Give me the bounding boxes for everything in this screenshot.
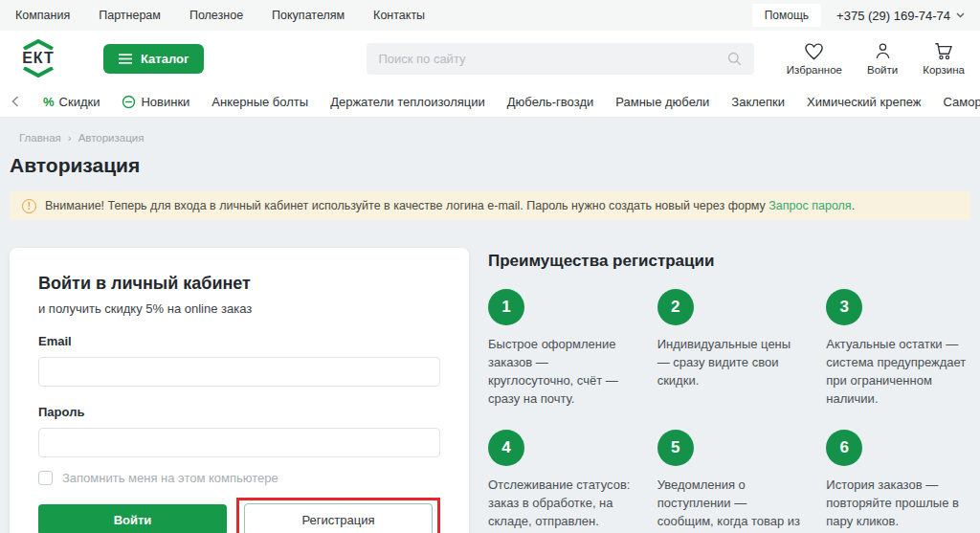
benefit-item-2: 2 Индивидуальные цены — сразу видите сво… [657,289,802,408]
cart-button[interactable]: Корзина [923,41,965,76]
heart-icon [803,41,825,61]
cart-label: Корзина [923,64,965,76]
register-button[interactable]: Регистрация [244,503,433,533]
remember-label: Запомнить меня на этом компьютере [62,471,278,485]
breadcrumb-home[interactable]: Главная [19,132,61,144]
hamburger-icon [119,54,132,64]
search-icon[interactable] [726,51,743,67]
benefit-item-4: 4 Отслеживание статусов: заказ в обработ… [488,430,633,533]
benefit-number-badge: 2 [657,289,694,325]
breadcrumb: Главная › Авторизация [19,132,970,144]
ekt-logo[interactable]: ЕКТ [15,39,61,78]
password-request-link[interactable]: Запрос пароля [768,199,851,212]
benefit-number-badge: 1 [488,289,524,325]
topbar-link-buyers[interactable]: Покупателям [272,9,345,22]
page-content: Главная › Авторизация Авторизация ! Вним… [0,132,980,533]
login-nav-label: Войти [867,64,898,76]
login-card: Войти в личный кабинет и получить скидку… [10,248,469,533]
topbar-nav: Компания Партнерам Полезное Покупателям … [15,9,425,22]
topbar-link-company[interactable]: Компания [15,9,70,22]
logo-text: ЕКТ [22,51,55,66]
favorites-button[interactable]: Избранное [787,41,842,76]
remember-checkbox[interactable] [38,471,53,485]
topbar-link-contacts[interactable]: Контакты [373,9,425,22]
category-item-rivets[interactable]: Заклепки [731,95,785,109]
benefit-number-badge: 6 [826,430,862,466]
login-title: Войти в личный кабинет [38,274,440,294]
benefit-item-6: 6 История заказов — повторяйте прошлые в… [826,430,970,533]
benefit-item-3: 3 Актуальные остатки — система предупреж… [826,289,970,408]
circle-minus-icon [122,95,136,109]
logo-chevron-down-icon [21,67,56,78]
breadcrumb-separator: › [68,132,72,144]
category-item-discounts[interactable]: % Скидки [43,95,100,109]
category-item-anchor-bolts[interactable]: Анкерные болты [212,95,308,109]
phone-dropdown[interactable]: +375 (29) 169-74-74 [836,9,965,23]
category-nav: % Скидки Новинки Анкерные болты Держател… [0,86,980,118]
favorites-label: Избранное [787,64,842,76]
topbar-link-partners[interactable]: Партнерам [99,9,161,22]
category-item-frame-dowels[interactable]: Рамные дюбели [615,95,709,109]
scroll-left-icon[interactable] [10,94,21,109]
site-search [367,43,754,75]
benefit-item-5: 5 Уведомления о поступлении — сообщим, к… [657,430,802,533]
phone-number: +375 (29) 169-74-74 [836,9,950,23]
benefit-item-1: 1 Быстрое оформление заказов — круглосут… [488,289,633,408]
login-nav-button[interactable]: Войти [867,41,898,76]
percent-icon: % [43,95,55,109]
page-title: Авторизация [10,154,970,177]
topbar: Компания Партнерам Полезное Покупателям … [0,0,980,31]
category-item-chemical-fasteners[interactable]: Химический крепеж [807,95,921,109]
cart-icon [933,41,954,61]
benefits-title: Преимущества регистрации [488,252,970,271]
warning-icon: ! [22,199,36,213]
logo-chevron-up-icon [21,39,56,50]
benefit-number-badge: 3 [826,289,862,325]
category-item-insulation-holders[interactable]: Держатели теплоизоляции [330,95,485,109]
benefit-number-badge: 4 [488,430,524,466]
topbar-link-useful[interactable]: Полезное [189,9,243,22]
click-target-highlight: Регистрация [236,498,440,533]
category-item-roofing-screws[interactable]: Саморезы кровельные [943,95,980,109]
category-item-new[interactable]: Новинки [122,95,189,109]
login-subtitle: и получить скидку 5% на online заказ [38,301,440,316]
catalog-button[interactable]: Каталог [103,44,204,74]
search-input[interactable] [378,52,726,66]
notice-text: Внимание! Теперь для входа в личный каби… [45,199,855,212]
header: ЕКТ Каталог Избранное Войти [0,31,980,86]
email-label: Email [38,334,440,348]
login-submit-button[interactable]: Войти [38,504,227,533]
password-field[interactable] [38,428,440,457]
notice-banner: ! Внимание! Теперь для входа в личный ка… [10,191,970,220]
benefit-number-badge: 5 [657,430,694,466]
remember-me[interactable]: Запомнить меня на этом компьютере [38,471,440,485]
help-button[interactable]: Помощь [752,4,821,27]
breadcrumb-current: Авторизация [78,132,145,144]
user-icon [873,41,893,61]
password-label: Пароль [38,405,440,419]
category-item-dowel-nails[interactable]: Дюбель-гвозди [507,95,593,109]
registration-benefits: Преимущества регистрации 1 Быстрое оформ… [488,248,970,533]
chevron-down-icon [956,12,965,18]
email-field[interactable] [38,357,440,387]
catalog-button-label: Каталог [141,52,189,66]
